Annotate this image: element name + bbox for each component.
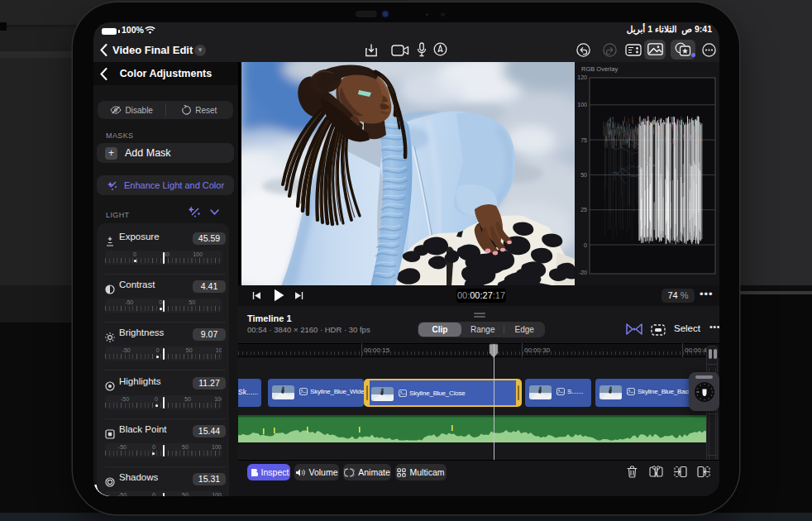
svg-text:-20: -20	[579, 270, 587, 275]
svg-text:75: 75	[580, 137, 587, 143]
svg-text:120: 120	[577, 74, 587, 80]
svg-text:25: 25	[580, 207, 587, 213]
svg-text:50: 50	[580, 172, 587, 178]
svg-text:0: 0	[584, 242, 587, 248]
svg-text:100: 100	[577, 102, 587, 108]
